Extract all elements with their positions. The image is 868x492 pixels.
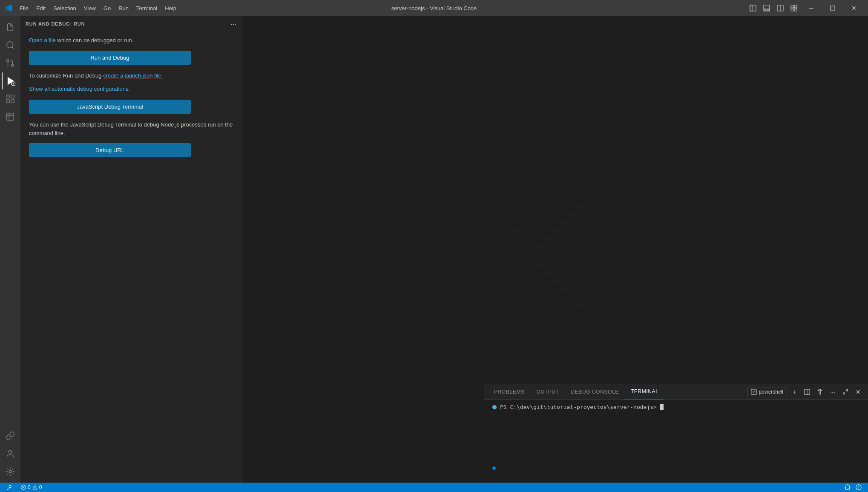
intro-text: which can be debugged or run. xyxy=(56,37,133,43)
close-button[interactable]: ✕ xyxy=(844,0,864,16)
sidebar-title: RUN AND DEBUG: RUN xyxy=(26,21,85,26)
svg-point-24 xyxy=(9,470,11,473)
sidebar-toggle-icon[interactable] xyxy=(747,2,759,14)
svg-point-14 xyxy=(7,60,9,62)
menu-selection[interactable]: Selection xyxy=(50,3,79,13)
svg-point-13 xyxy=(11,64,14,67)
terminal-status-dot xyxy=(492,405,497,409)
sidebar-content: Open a file which can be debugged or run… xyxy=(20,31,242,483)
panel-actions: powershell + ··· ✕ xyxy=(747,386,864,397)
sidebar-header: RUN AND DEBUG: RUN ··· xyxy=(20,16,242,31)
bottom-panel: PROBLEMS OUTPUT DEBUG CONSOLE TERMINAL p… xyxy=(484,384,868,473)
tab-output[interactable]: OUTPUT xyxy=(531,384,565,400)
activity-item-remote[interactable] xyxy=(2,427,19,444)
svg-line-18 xyxy=(13,83,14,85)
debug-terminal-desc: You can use the JavaScript Debug Termina… xyxy=(29,121,233,137)
customize-static-text: To customize Run and Debug xyxy=(29,72,103,79)
svg-rect-22 xyxy=(11,100,14,103)
menu-terminal[interactable]: Terminal xyxy=(133,3,161,13)
terminal-scroll-indicator xyxy=(492,466,496,470)
error-count: 0 xyxy=(28,484,31,490)
debug-url-button[interactable]: Debug URL xyxy=(29,143,191,157)
panel-toggle-icon[interactable] xyxy=(761,2,773,14)
svg-rect-7 xyxy=(794,5,797,8)
maximize-panel-button[interactable] xyxy=(840,386,851,397)
svg-rect-0 xyxy=(750,5,752,11)
intro-paragraph: Open a file which can be debugged or run… xyxy=(29,36,233,45)
svg-point-11 xyxy=(7,42,13,48)
menu-run[interactable]: Run xyxy=(115,3,132,13)
sidebar: RUN AND DEBUG: RUN ··· Open a file which… xyxy=(20,16,242,483)
svg-rect-25 xyxy=(751,389,756,394)
svg-line-30 xyxy=(843,392,845,394)
editor-panel-wrapper: PROBLEMS OUTPUT DEBUG CONSOLE TERMINAL p… xyxy=(242,16,868,483)
panel-tabs: PROBLEMS OUTPUT DEBUG CONSOLE TERMINAL p… xyxy=(484,384,868,400)
svg-rect-3 xyxy=(764,9,770,11)
activity-item-extensions[interactable] xyxy=(2,90,19,107)
status-feedback[interactable] xyxy=(854,483,864,492)
activity-item-settings[interactable] xyxy=(2,463,19,480)
titlebar-menu: File Edit Selection View Go Run Terminal… xyxy=(16,3,180,13)
vscode-logo-icon xyxy=(4,4,13,12)
activity-item-source-control[interactable] xyxy=(2,55,19,72)
launch-json-link[interactable]: create a launch.json file. xyxy=(103,72,163,79)
js-debug-terminal-button[interactable]: JavaScript Debug Terminal xyxy=(29,100,191,114)
svg-rect-20 xyxy=(11,95,14,98)
kill-terminal-button[interactable] xyxy=(814,386,825,397)
svg-line-29 xyxy=(846,389,848,391)
activity-item-search[interactable] xyxy=(2,37,19,54)
activity-item-explorer[interactable] xyxy=(2,19,19,36)
menu-edit[interactable]: Edit xyxy=(33,3,49,13)
titlebar-left: File Edit Selection View Go Run Terminal… xyxy=(4,3,180,13)
menu-help[interactable]: Help xyxy=(161,3,180,13)
run-and-debug-button[interactable]: Run and Debug xyxy=(29,51,191,65)
statusbar-right xyxy=(842,483,864,492)
tab-terminal[interactable]: TERMINAL xyxy=(625,384,664,400)
main-layout: RUN AND DEBUG: RUN ··· Open a file which… xyxy=(0,16,868,483)
status-notifications[interactable] xyxy=(842,483,853,492)
new-terminal-button[interactable]: + xyxy=(789,386,800,397)
menu-view[interactable]: View xyxy=(80,3,99,13)
customize-layout-icon[interactable] xyxy=(788,2,800,14)
svg-rect-6 xyxy=(791,5,793,8)
activity-bar-bottom xyxy=(2,427,19,483)
more-panel-actions[interactable]: ··· xyxy=(827,386,838,397)
restore-button[interactable] xyxy=(823,0,842,16)
terminal-prompt-text: PS C:\dev\git\tutorial-proyectos\server-… xyxy=(500,404,657,410)
status-errors[interactable]: 0 0 xyxy=(19,483,44,492)
window-title: server-nodejs - Visual Studio Code xyxy=(391,5,477,12)
tab-debug-console[interactable]: DEBUG CONSOLE xyxy=(565,384,625,400)
close-panel-button[interactable]: ✕ xyxy=(853,386,864,397)
split-terminal-button[interactable] xyxy=(802,386,813,397)
svg-rect-1 xyxy=(750,5,756,11)
menu-file[interactable]: File xyxy=(16,3,32,13)
statusbar: 0 0 xyxy=(0,483,868,492)
svg-rect-19 xyxy=(6,95,9,98)
svg-point-23 xyxy=(9,450,11,453)
minimize-button[interactable]: ─ xyxy=(802,0,821,16)
activity-item-test[interactable] xyxy=(2,108,19,125)
svg-rect-21 xyxy=(6,100,9,103)
terminal-content[interactable]: PS C:\dev\git\tutorial-proyectos\server-… xyxy=(484,400,868,473)
editor-layout-icon[interactable] xyxy=(774,2,786,14)
svg-marker-16 xyxy=(8,78,14,85)
menu-go[interactable]: Go xyxy=(100,3,114,13)
show-debug-link[interactable]: Show all automatic debug configurations. xyxy=(29,86,233,92)
terminal-prompt-line: PS C:\dev\git\tutorial-proyectos\server-… xyxy=(492,404,859,410)
svg-rect-10 xyxy=(831,6,835,10)
open-file-link[interactable]: Open a file xyxy=(29,37,56,43)
powershell-selector[interactable]: powershell xyxy=(747,388,787,396)
svg-line-12 xyxy=(12,47,14,49)
activity-item-run-debug[interactable] xyxy=(2,72,19,89)
status-remote[interactable] xyxy=(4,483,14,492)
warning-count: 0 xyxy=(39,484,42,490)
sidebar-more-button[interactable]: ··· xyxy=(230,20,237,28)
svg-rect-9 xyxy=(794,9,797,11)
activity-bar-top xyxy=(2,19,19,426)
activity-item-account[interactable] xyxy=(2,445,19,462)
activity-bar xyxy=(0,16,20,483)
customize-paragraph: To customize Run and Debug create a laun… xyxy=(29,72,233,80)
svg-point-35 xyxy=(34,488,35,489)
tab-problems[interactable]: PROBLEMS xyxy=(488,384,531,400)
terminal-cursor xyxy=(660,404,664,410)
